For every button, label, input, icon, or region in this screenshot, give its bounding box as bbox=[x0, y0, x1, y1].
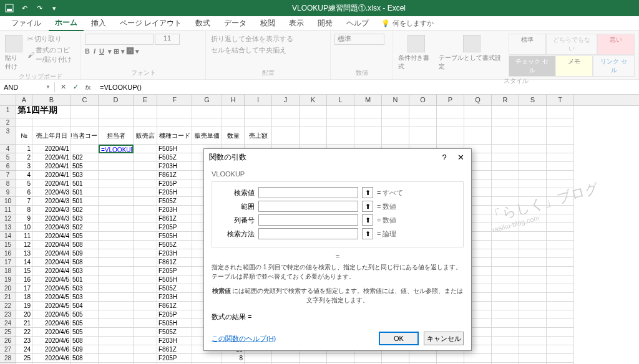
cell[interactable]: 2020/4/1 bbox=[32, 171, 71, 180]
row-header[interactable]: 2 bbox=[0, 118, 16, 127]
ok-button[interactable]: OK bbox=[379, 332, 419, 345]
cell[interactable]: 5 bbox=[16, 180, 32, 188]
cell[interactable] bbox=[519, 328, 547, 337]
cell[interactable] bbox=[134, 232, 157, 241]
cell[interactable] bbox=[492, 171, 519, 180]
cell[interactable] bbox=[492, 319, 519, 328]
cell[interactable] bbox=[547, 214, 574, 223]
cell[interactable] bbox=[134, 354, 157, 363]
cell[interactable] bbox=[99, 310, 134, 319]
cell[interactable]: F205P bbox=[157, 354, 192, 363]
cell[interactable] bbox=[99, 214, 134, 223]
cell[interactable] bbox=[99, 106, 134, 118]
cell[interactable]: F505H bbox=[157, 145, 192, 153]
cell[interactable]: F205P bbox=[157, 310, 192, 319]
cell[interactable] bbox=[492, 354, 519, 363]
row-header[interactable]: 13 bbox=[0, 223, 16, 232]
cell[interactable] bbox=[272, 118, 300, 127]
cell[interactable] bbox=[134, 328, 157, 337]
paste-button[interactable]: 貼り付け bbox=[4, 34, 24, 72]
cell[interactable] bbox=[99, 206, 134, 214]
cell[interactable]: 16 bbox=[16, 275, 32, 284]
cell[interactable]: 売上年月日 bbox=[32, 127, 71, 145]
cell[interactable] bbox=[382, 106, 409, 118]
col-header[interactable]: M bbox=[354, 95, 382, 105]
cell[interactable]: 508 bbox=[71, 354, 99, 363]
cell[interactable] bbox=[327, 118, 354, 127]
cell[interactable] bbox=[99, 302, 134, 310]
cell[interactable] bbox=[492, 153, 519, 162]
cell[interactable] bbox=[382, 127, 409, 145]
cell[interactable]: 23 bbox=[16, 337, 32, 345]
cell[interactable]: 2020/4/4 bbox=[32, 249, 71, 258]
cell[interactable] bbox=[464, 354, 492, 363]
range-selector-icon[interactable]: ⬆ bbox=[362, 214, 373, 226]
cell[interactable]: 2020/4/4 bbox=[32, 267, 71, 275]
cell[interactable] bbox=[71, 118, 99, 127]
cell[interactable] bbox=[492, 145, 519, 153]
cell[interactable] bbox=[492, 275, 519, 284]
cell[interactable] bbox=[16, 118, 32, 127]
cell[interactable] bbox=[519, 267, 547, 275]
cell[interactable]: F203H bbox=[157, 249, 192, 258]
cell[interactable] bbox=[300, 106, 327, 118]
cell[interactable] bbox=[492, 310, 519, 319]
cell[interactable] bbox=[464, 118, 492, 127]
cell[interactable] bbox=[99, 171, 134, 180]
cell[interactable]: 503 bbox=[71, 267, 99, 275]
cell[interactable] bbox=[327, 106, 354, 118]
cell[interactable]: F205P bbox=[157, 267, 192, 275]
cell[interactable] bbox=[300, 127, 327, 145]
menu-formulas[interactable]: 数式 bbox=[189, 16, 217, 31]
cell[interactable] bbox=[245, 354, 272, 363]
cell[interactable] bbox=[134, 171, 157, 180]
cell[interactable] bbox=[519, 153, 547, 162]
col-header[interactable]: S bbox=[519, 95, 547, 105]
cell[interactable] bbox=[492, 328, 519, 337]
arg-input-1[interactable] bbox=[258, 201, 358, 212]
row-header[interactable]: 17 bbox=[0, 258, 16, 267]
cell[interactable] bbox=[547, 284, 574, 293]
col-header[interactable]: Q bbox=[464, 95, 492, 105]
cell[interactable]: 2 bbox=[16, 153, 32, 162]
cell[interactable] bbox=[547, 162, 574, 171]
cell[interactable]: 509 bbox=[71, 345, 99, 354]
cell[interactable]: F505Z bbox=[157, 153, 192, 162]
cell[interactable]: 2020/4/5 bbox=[32, 310, 71, 319]
arg-input-2[interactable] bbox=[258, 214, 358, 226]
cell[interactable] bbox=[99, 275, 134, 284]
cell[interactable] bbox=[492, 232, 519, 241]
cell[interactable] bbox=[99, 153, 134, 162]
cell[interactable] bbox=[519, 345, 547, 354]
cell[interactable] bbox=[492, 188, 519, 197]
close-icon[interactable]: ✕ bbox=[455, 153, 466, 162]
cell[interactable] bbox=[547, 241, 574, 249]
cell[interactable]: 505 bbox=[71, 310, 99, 319]
cell[interactable]: 502 bbox=[71, 223, 99, 232]
cell[interactable] bbox=[547, 206, 574, 214]
cell[interactable] bbox=[519, 275, 547, 284]
cell[interactable]: 505 bbox=[71, 319, 99, 328]
confirm-formula-icon[interactable]: ✓ bbox=[70, 83, 81, 91]
cell[interactable]: 2020/4/6 bbox=[32, 345, 71, 354]
cell[interactable] bbox=[547, 171, 574, 180]
cell[interactable] bbox=[492, 249, 519, 258]
cell[interactable] bbox=[519, 354, 547, 363]
redo-icon[interactable]: ↷ bbox=[32, 1, 46, 15]
cell[interactable]: 3 bbox=[16, 162, 32, 171]
dialog-help-link[interactable]: この関数のヘルプ(H) bbox=[212, 334, 276, 343]
cell[interactable] bbox=[134, 258, 157, 267]
cell[interactable] bbox=[134, 223, 157, 232]
cell[interactable] bbox=[547, 267, 574, 275]
cell[interactable] bbox=[464, 127, 492, 145]
cell[interactable] bbox=[99, 241, 134, 249]
cell[interactable] bbox=[519, 319, 547, 328]
cell[interactable] bbox=[492, 241, 519, 249]
cell[interactable] bbox=[519, 162, 547, 171]
cell[interactable] bbox=[354, 127, 382, 145]
cell[interactable] bbox=[272, 354, 300, 363]
cell[interactable]: 501 bbox=[71, 188, 99, 197]
cell[interactable]: 8 bbox=[222, 354, 245, 363]
cell[interactable] bbox=[519, 197, 547, 206]
cell[interactable] bbox=[354, 354, 382, 363]
